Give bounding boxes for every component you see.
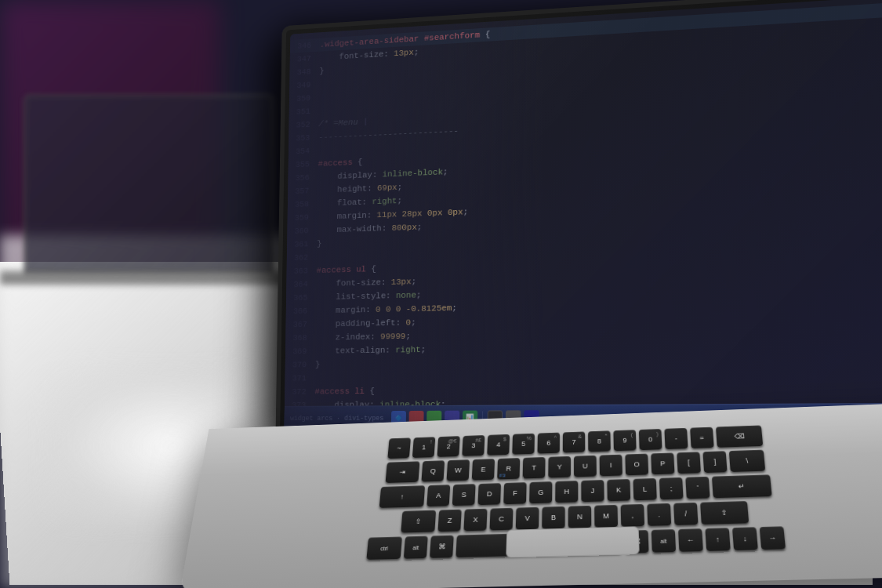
- key-shift-left[interactable]: ⇧: [401, 510, 436, 533]
- key-enter[interactable]: ↵: [712, 474, 772, 498]
- key-backspace[interactable]: ⌫: [716, 425, 763, 447]
- key-j[interactable]: J: [581, 480, 604, 502]
- line-number: 367: [289, 318, 316, 332]
- keyboard-area: ~ 1! 2@€ 3#£ 4$ 5% 6^ 7& 8* 9( 0) - = ⌫: [245, 415, 882, 576]
- line-number: 346: [293, 38, 320, 53]
- key-alt-right[interactable]: alt: [652, 529, 676, 553]
- line-number: 348: [292, 64, 319, 79]
- key-backslash[interactable]: \: [729, 450, 765, 472]
- key-a[interactable]: A: [426, 485, 450, 506]
- key-comma[interactable]: ,: [621, 504, 644, 527]
- key-arrow-left[interactable]: ←: [678, 528, 703, 552]
- key-period[interactable]: .: [647, 503, 671, 526]
- key-s[interactable]: S: [452, 484, 476, 506]
- key-v[interactable]: V: [516, 507, 539, 530]
- line-number: 357: [291, 183, 318, 198]
- line-number: 356: [291, 171, 318, 185]
- key-tab[interactable]: ⇥: [386, 461, 420, 483]
- scene: 346 .widget-area-sidebar #searchform { 3…: [0, 0, 882, 588]
- key-bracket-right[interactable]: ]: [702, 451, 727, 473]
- key-tilde[interactable]: ~: [387, 437, 411, 459]
- line-number: 373: [287, 398, 314, 406]
- key-slash[interactable]: /: [673, 503, 698, 525]
- key-arrow-up[interactable]: ↑: [705, 528, 730, 551]
- key-x[interactable]: X: [463, 509, 487, 532]
- line-number: 353: [292, 131, 319, 145]
- touchpad[interactable]: [506, 526, 640, 557]
- key-8[interactable]: 8*: [588, 430, 611, 452]
- key-e[interactable]: E: [472, 459, 495, 480]
- key-u[interactable]: U: [574, 456, 597, 477]
- line-number: 350: [292, 91, 318, 106]
- key-equals[interactable]: =: [690, 427, 714, 448]
- line-number: 365: [289, 291, 317, 305]
- line-number: 368: [289, 331, 316, 345]
- line-number: 354: [291, 144, 318, 158]
- taskbar-text: widget arcs · divi-types: [290, 414, 384, 422]
- key-alt-left[interactable]: alt: [404, 536, 428, 559]
- line-number: 364: [289, 278, 317, 292]
- key-5[interactable]: 5%: [512, 434, 535, 455]
- main-laptop: 346 .widget-area-sidebar #searchform { 3…: [196, 0, 882, 588]
- key-f[interactable]: F: [503, 482, 526, 504]
- key-0[interactable]: 0): [639, 429, 662, 450]
- key-d[interactable]: D: [477, 483, 501, 505]
- key-b[interactable]: B: [542, 506, 564, 529]
- laptop-screen: 346 .widget-area-sidebar #searchform { 3…: [284, 0, 882, 430]
- key-cmd[interactable]: ⌘: [430, 535, 454, 558]
- line-number: 362: [289, 251, 317, 265]
- key-w[interactable]: W: [447, 459, 470, 481]
- line-number: 371: [288, 372, 315, 386]
- key-i[interactable]: I: [600, 455, 622, 477]
- key-p[interactable]: P: [651, 452, 674, 474]
- line-number: 366: [289, 304, 316, 318]
- key-m[interactable]: M: [594, 505, 618, 528]
- line-number: 347: [292, 52, 319, 67]
- key-caps[interactable]: ↑: [379, 485, 425, 508]
- line-number: 351: [292, 104, 318, 119]
- code-editor[interactable]: 346 .widget-area-sidebar #searchform { 3…: [284, 0, 882, 430]
- key-4[interactable]: 4$: [487, 434, 510, 456]
- laptop-screen-bezel: 346 .widget-area-sidebar #searchform { 3…: [275, 0, 882, 439]
- key-1[interactable]: 1!: [412, 437, 435, 458]
- key-y[interactable]: Y: [548, 456, 571, 478]
- line-number: 372: [288, 385, 315, 398]
- line-number: 363: [289, 264, 317, 278]
- key-c[interactable]: C: [490, 508, 514, 531]
- key-z[interactable]: Z: [437, 510, 461, 532]
- key-6[interactable]: 6^: [537, 433, 559, 454]
- key-semicolon[interactable]: ;: [659, 477, 684, 499]
- key-h[interactable]: H: [555, 481, 578, 503]
- key-l[interactable]: L: [633, 478, 657, 500]
- line-number: 358: [290, 197, 318, 211]
- laptop-base: ~ 1! 2@€ 3#£ 4$ 5% 6^ 7& 8* 9( 0) - = ⌫: [180, 401, 882, 588]
- key-q[interactable]: Q: [421, 460, 445, 481]
- key-arrow-down[interactable]: ↓: [732, 527, 758, 550]
- line-number: 355: [291, 158, 318, 172]
- key-o[interactable]: O: [625, 454, 648, 476]
- key-n[interactable]: N: [568, 506, 591, 528]
- key-bracket-left[interactable]: [: [677, 452, 701, 474]
- code-lines-area: 346 .widget-area-sidebar #searchform { 3…: [285, 0, 882, 406]
- key-3[interactable]: 3#£: [462, 435, 485, 456]
- key-arrow-right[interactable]: →: [760, 526, 786, 550]
- key-shift-right[interactable]: ⇧: [700, 501, 749, 524]
- key-9[interactable]: 9(: [613, 430, 636, 451]
- line-number: 360: [290, 223, 318, 238]
- line-number: 352: [292, 118, 319, 132]
- key-ctrl[interactable]: ctrl: [366, 536, 402, 559]
- key-g[interactable]: G: [529, 481, 552, 503]
- line-number: 359: [290, 210, 318, 224]
- line-number: 349: [292, 78, 319, 93]
- key-7[interactable]: 7&: [563, 431, 585, 452]
- key-2[interactable]: 2@€: [437, 436, 460, 457]
- key-r[interactable]: R F3: [497, 458, 520, 479]
- key-k[interactable]: K: [607, 479, 630, 501]
- key-t[interactable]: T: [523, 457, 546, 479]
- line-number: 370: [288, 358, 315, 372]
- line-number: 369: [289, 344, 316, 358]
- key-minus[interactable]: -: [664, 428, 688, 449]
- key-quote[interactable]: ': [685, 477, 710, 499]
- line-number: 361: [290, 237, 318, 251]
